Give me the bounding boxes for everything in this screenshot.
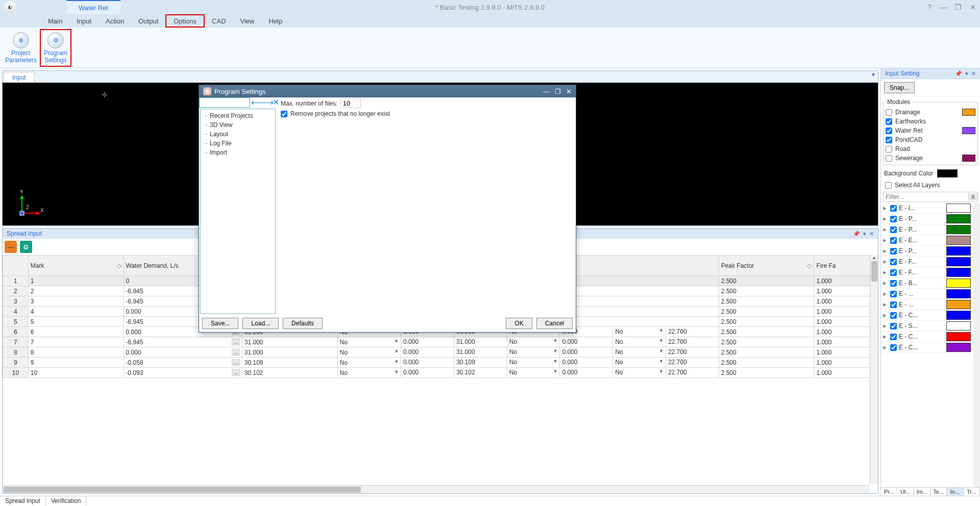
menu-help[interactable]: Help (262, 14, 290, 28)
project-parameters-button[interactable]: ⊕ Project Parameters (2, 30, 40, 66)
col-fire[interactable]: Fire Fa (816, 262, 836, 269)
dialog-title-bar[interactable]: Program Settings — ❐ ✕ (199, 85, 576, 97)
module-checkbox[interactable] (886, 137, 892, 143)
layer-color-swatch[interactable] (946, 343, 971, 352)
expand-icon[interactable]: ▶ (883, 206, 888, 211)
viewport-collapse-icon[interactable]: ▼ (871, 72, 878, 83)
layer-color-swatch[interactable] (946, 332, 971, 341)
layer-row[interactable]: ▶ E - P... (883, 214, 971, 224)
layer-row[interactable]: ▶ E - F... (883, 257, 971, 267)
maximize-button[interactable]: ❐ (955, 3, 962, 11)
grid-scrollbar-horizontal[interactable] (3, 485, 870, 493)
tree-item[interactable]: Log File (203, 139, 273, 148)
layer-color-swatch[interactable] (946, 236, 971, 245)
dialog-maximize[interactable]: ❐ (555, 88, 561, 95)
layer-checkbox[interactable] (890, 205, 897, 212)
layer-color-swatch[interactable] (946, 225, 971, 234)
context-tab-water-ret[interactable]: Water Ret (66, 0, 120, 14)
tree-item[interactable]: Import (203, 148, 273, 157)
layer-filter-input[interactable] (884, 192, 968, 201)
module-checkbox[interactable] (886, 128, 892, 134)
table-row[interactable]: 9 9 -0.058... 30.109 No▼ 0.000 30.109 No… (3, 358, 878, 368)
dialog-save-button[interactable]: Save... (202, 318, 238, 329)
module-color-swatch[interactable] (962, 109, 975, 116)
dialog-load-button[interactable]: Load... (242, 318, 279, 329)
layer-row[interactable]: ▶ E - S... (883, 321, 971, 332)
status-tab-verification[interactable]: Verification (46, 496, 87, 506)
right-close-icon[interactable]: ✕ (971, 70, 976, 77)
select-all-layers-checkbox[interactable] (885, 182, 892, 189)
layer-row[interactable]: ▶ E - C... (883, 310, 971, 321)
tree-item[interactable]: 3D View (203, 120, 273, 130)
dialog-defaults-button[interactable]: Defaults (283, 318, 323, 329)
right-bottom-tab[interactable]: Tr... (964, 488, 980, 496)
expand-icon[interactable]: ▶ (883, 302, 888, 307)
dialog-ok-button[interactable]: OK (506, 318, 532, 329)
layer-row[interactable]: ▶ E - P... (883, 224, 971, 235)
tree-item[interactable]: Recent Projects (203, 111, 273, 120)
minimize-button[interactable]: — (940, 3, 947, 11)
table-row[interactable]: 7 7 -6.945... 31.000 No▼ 0.000 31.000 No… (3, 337, 878, 347)
layer-checkbox[interactable] (890, 312, 897, 319)
table-row[interactable]: 10 10 -0.093... 30.102 No▼ 0.000 30.102 … (3, 368, 878, 378)
dialog-tree[interactable]: Recent Projects3D ViewLayoutLog FileImpo… (200, 109, 276, 314)
layer-row[interactable]: ▶ E - C... (883, 332, 971, 342)
max-files-input[interactable] (340, 98, 361, 108)
layer-color-swatch[interactable] (946, 246, 971, 256)
spread-dropdown-icon[interactable]: ▾ (863, 231, 866, 237)
layer-color-swatch[interactable] (946, 279, 971, 288)
right-dropdown-icon[interactable]: ▾ (965, 70, 968, 77)
expand-icon[interactable]: ▶ (883, 238, 888, 243)
right-bottom-tab[interactable]: Pr... (881, 488, 897, 496)
layer-checkbox[interactable] (890, 291, 897, 297)
layer-color-swatch[interactable] (946, 300, 971, 309)
remove-projects-checkbox[interactable] (281, 111, 287, 117)
expand-icon[interactable]: ▶ (883, 259, 888, 264)
layer-row[interactable]: ▶ E - B... (883, 278, 971, 289)
menu-cad[interactable]: CAD (205, 14, 233, 28)
expand-icon[interactable]: ▶ (883, 227, 888, 232)
col-mark[interactable]: Mark (31, 262, 44, 269)
layer-color-swatch[interactable] (946, 289, 971, 298)
spread-close-icon[interactable]: ✕ (869, 231, 874, 237)
background-color-swatch[interactable] (937, 169, 958, 178)
dialog-minimize[interactable]: — (543, 88, 550, 95)
expand-icon[interactable]: ▶ (883, 248, 888, 254)
menu-main[interactable]: Main (41, 14, 69, 28)
layer-checkbox[interactable] (890, 216, 897, 222)
layer-row[interactable]: ▶ E - F... (883, 267, 971, 278)
menu-output[interactable]: Output (131, 14, 165, 28)
module-checkbox[interactable] (886, 118, 892, 125)
spread-pin-icon[interactable]: 📌 (853, 231, 860, 237)
expand-icon[interactable]: ▶ (883, 216, 888, 221)
layer-row[interactable]: ▶ E - I... (883, 203, 971, 214)
table-row[interactable]: 8 8 0.000... 31.000 No▼ 0.000 31.000 No▼… (3, 347, 878, 358)
layer-row[interactable]: ▶ E - C... (883, 342, 971, 353)
dialog-cancel-button[interactable]: Cancel (536, 318, 573, 329)
col-water-demand[interactable]: Water Demand, L/s (126, 262, 179, 269)
layer-checkbox[interactable] (890, 301, 897, 308)
layer-color-swatch[interactable] (946, 257, 971, 266)
layer-color-swatch[interactable] (946, 268, 971, 277)
layer-checkbox[interactable] (890, 334, 897, 340)
layers-list[interactable]: ▶ E - I... ▶ E - P... ▶ E - P... ▶ E - E… (883, 203, 971, 487)
tree-item[interactable]: Layout (203, 130, 273, 139)
layer-checkbox[interactable] (890, 344, 897, 351)
expand-icon[interactable]: ▶ (883, 270, 888, 275)
module-checkbox[interactable] (886, 109, 892, 116)
module-row[interactable]: Drainage (886, 108, 975, 117)
module-row[interactable]: Earthworks (886, 117, 975, 126)
layer-color-swatch[interactable] (946, 204, 971, 213)
menu-options[interactable]: Options (165, 14, 205, 28)
module-row[interactable]: PondCAD (886, 135, 975, 144)
layer-checkbox[interactable] (890, 237, 897, 244)
layer-checkbox[interactable] (890, 259, 897, 265)
dialog-search-input[interactable] (199, 97, 250, 108)
module-row[interactable]: Water Ret (886, 126, 975, 135)
layer-color-swatch[interactable] (946, 321, 971, 331)
viewport-tab-input[interactable]: Input (4, 72, 35, 83)
expand-icon[interactable]: ▶ (883, 345, 888, 350)
layer-row[interactable]: ▶ E - ... (883, 299, 971, 310)
layer-row[interactable]: ▶ E - P... (883, 246, 971, 257)
layers-scrollbar[interactable] (973, 203, 980, 487)
